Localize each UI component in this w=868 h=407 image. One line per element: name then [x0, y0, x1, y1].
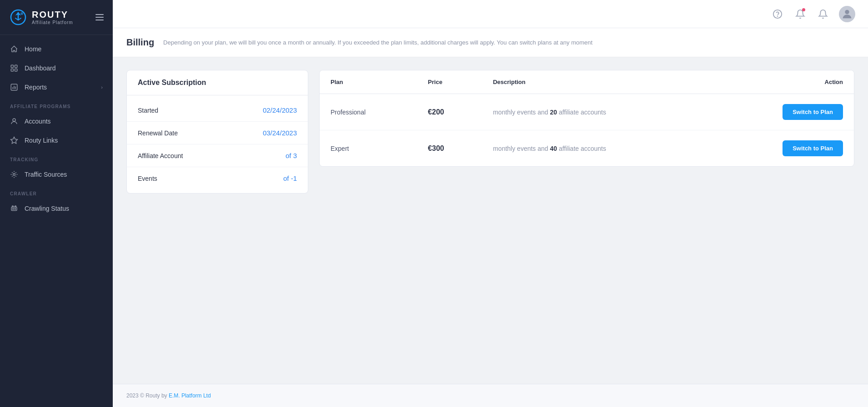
page-title: Billing	[126, 37, 154, 48]
sidebar-item-dashboard-label: Dashboard	[25, 65, 103, 72]
subscription-events-row: Events of -1	[127, 167, 308, 189]
plans-col-action: Action	[713, 70, 854, 94]
app-name: ROUTY	[32, 10, 73, 20]
footer-link[interactable]: E.M. Platform Ltd	[169, 392, 211, 399]
subscription-affiliate-value: of 3	[286, 152, 297, 159]
subscription-card-body: Started 02/24/2023 Renewal Date 03/24/20…	[127, 95, 308, 193]
sidebar-item-home[interactable]: Home	[0, 40, 113, 59]
sidebar-item-reports[interactable]: Reports ›	[0, 78, 113, 97]
svg-point-19	[15, 208, 15, 209]
sidebar-item-crawling-status-label: Crawling Status	[25, 205, 103, 212]
section-affiliate-programs: AFFILIATE PROGRAMS	[0, 97, 113, 112]
svg-rect-3	[15, 65, 17, 67]
plan-desc-professional: monthly events and 20 affiliate accounts	[482, 94, 713, 130]
sidebar-item-accounts[interactable]: Accounts	[0, 112, 113, 131]
table-row: Expert €300 monthly events and 40 affili…	[320, 130, 854, 167]
plan-price-expert: €300	[417, 130, 482, 167]
sidebar-item-accounts-label: Accounts	[25, 118, 103, 125]
subscription-affiliate-row: Affiliate Account of 3	[127, 144, 308, 167]
table-row: Professional €200 monthly events and 20 …	[320, 94, 854, 130]
plan-name-professional: Professional	[320, 94, 417, 130]
help-button[interactable]	[771, 7, 784, 21]
sidebar-item-traffic-sources-label: Traffic Sources	[25, 171, 103, 178]
plan-desc-before-expert: monthly events and	[493, 145, 550, 152]
plans-table: Plan Price Description Action Profession…	[320, 70, 854, 166]
page-description: Depending on your plan, we will bill you…	[163, 38, 592, 47]
traffic-icon	[10, 170, 18, 179]
subscription-events-label: Events	[138, 175, 157, 182]
sidebar-logo: ROUTY Affiliate Platform	[0, 0, 113, 35]
svg-rect-13	[11, 207, 17, 211]
svg-point-22	[845, 10, 849, 14]
plan-desc-after-expert: affiliate accounts	[557, 145, 606, 152]
app-subtitle: Affiliate Platform	[32, 20, 73, 25]
notification-dot	[802, 8, 805, 11]
subscription-affiliate-label: Affiliate Account	[138, 152, 183, 159]
notification-bell-button[interactable]	[816, 7, 830, 21]
plan-name-expert: Expert	[320, 130, 417, 167]
svg-rect-4	[11, 69, 13, 71]
dashboard-icon	[10, 64, 18, 72]
page-header: Billing Depending on your plan, we will …	[113, 28, 868, 57]
page-content: Billing Depending on your plan, we will …	[113, 28, 868, 407]
plan-action-expert: Switch to Plan	[713, 130, 854, 167]
subscription-card: Active Subscription Started 02/24/2023 R…	[126, 70, 308, 194]
sidebar-item-routy-links-label: Routy Links	[25, 137, 103, 144]
subscription-events-value: of -1	[283, 174, 297, 182]
plans-col-description: Description	[482, 70, 713, 94]
section-crawler: CRAWLER	[0, 184, 113, 199]
svg-rect-2	[11, 65, 13, 67]
footer-text: 2023 © Routy by	[126, 392, 169, 399]
plans-col-plan: Plan	[320, 70, 417, 94]
svg-point-12	[13, 174, 15, 176]
subscription-renewal-value: 03/24/2023	[263, 129, 297, 137]
plan-desc-before-professional: monthly events and	[493, 109, 550, 116]
switch-to-plan-professional-button[interactable]: Switch to Plan	[783, 104, 843, 120]
subscription-renewal-label: Renewal Date	[138, 129, 178, 137]
sidebar-item-home-label: Home	[25, 45, 103, 53]
switch-to-plan-expert-button[interactable]: Switch to Plan	[783, 140, 843, 156]
main-content: Billing Depending on your plan, we will …	[113, 0, 868, 407]
subscription-card-title: Active Subscription	[127, 70, 308, 95]
section-tracking: TRACKING	[0, 150, 113, 165]
sidebar-item-routy-links[interactable]: Routy Links	[0, 131, 113, 150]
plan-desc-after-professional: affiliate accounts	[557, 109, 606, 116]
sidebar-nav: Home Dashboard Reports › AFF	[0, 35, 113, 407]
plan-desc-expert: monthly events and 40 affiliate accounts	[482, 130, 713, 167]
svg-point-21	[778, 16, 778, 16]
star-icon	[10, 136, 18, 144]
routy-logo-icon	[10, 9, 26, 25]
sidebar-item-reports-label: Reports	[25, 84, 95, 91]
svg-point-18	[13, 208, 14, 209]
subscription-started-row: Started 02/24/2023	[127, 99, 308, 122]
plan-desc-bold-professional: 20	[550, 109, 557, 116]
subscription-started-value: 02/24/2023	[263, 106, 297, 114]
home-icon	[10, 45, 18, 53]
plan-action-professional: Switch to Plan	[713, 94, 854, 130]
logo-icon	[9, 8, 27, 26]
subscription-started-label: Started	[138, 107, 158, 114]
plans-table-card: Plan Price Description Action Profession…	[319, 70, 854, 167]
reports-arrow-icon: ›	[101, 84, 103, 90]
svg-rect-5	[15, 69, 17, 71]
user-avatar[interactable]	[839, 6, 855, 22]
plan-desc-bold-expert: 40	[550, 145, 557, 152]
sidebar-item-traffic-sources[interactable]: Traffic Sources	[0, 165, 113, 184]
svg-point-1	[20, 12, 23, 15]
footer: 2023 © Routy by E.M. Platform Ltd	[113, 384, 868, 407]
reports-icon	[10, 83, 18, 91]
svg-point-10	[13, 119, 15, 121]
plan-price-professional: €200	[417, 94, 482, 130]
subscription-renewal-row: Renewal Date 03/24/2023	[127, 122, 308, 144]
notification-bell-active-button[interactable]	[793, 7, 807, 21]
accounts-icon	[10, 117, 18, 125]
logo-text: ROUTY Affiliate Platform	[32, 10, 73, 25]
plans-col-price: Price	[417, 70, 482, 94]
sidebar: ROUTY Affiliate Platform Home Dashbo	[0, 0, 113, 407]
svg-marker-11	[11, 137, 18, 144]
hamburger-button[interactable]	[95, 14, 104, 20]
sidebar-item-crawling-status[interactable]: Crawling Status	[0, 199, 113, 218]
crawler-icon	[10, 204, 18, 213]
sidebar-item-dashboard[interactable]: Dashboard	[0, 59, 113, 78]
topbar	[113, 0, 868, 28]
